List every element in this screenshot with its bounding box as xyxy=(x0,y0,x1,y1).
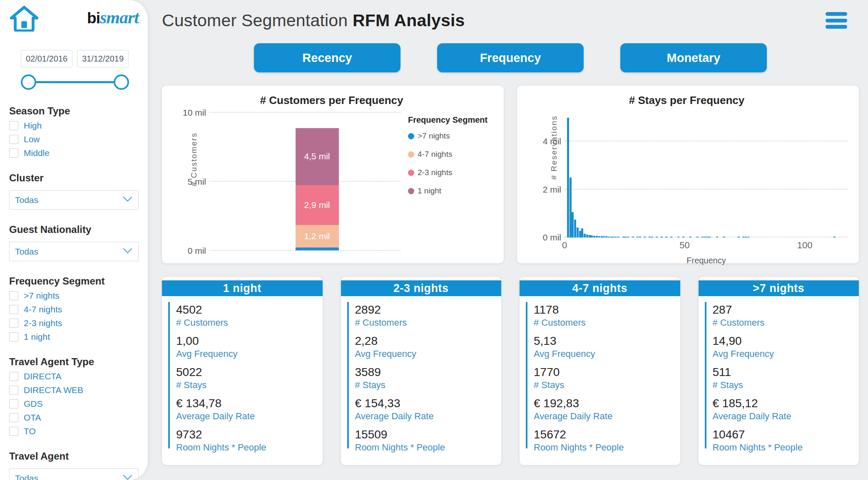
histogram-bar[interactable] xyxy=(716,237,718,238)
histogram-bar[interactable] xyxy=(601,236,603,238)
bar-segment-2-3-nights[interactable]: 2,9 mil xyxy=(296,185,339,225)
filter-option-4-7-nights[interactable]: 4-7 nights xyxy=(9,304,139,314)
slider-handle-left[interactable] xyxy=(21,74,36,90)
histogram-bar[interactable] xyxy=(624,237,627,238)
histogram-bar[interactable] xyxy=(649,237,651,238)
checkbox-1-night[interactable] xyxy=(9,332,18,341)
filter-option-directa[interactable]: DIRECTA xyxy=(9,371,139,381)
filter-option-1-night[interactable]: 1 night xyxy=(9,332,139,342)
histogram-bar[interactable] xyxy=(622,237,624,238)
histogram-bar[interactable] xyxy=(574,220,576,238)
histogram-bar[interactable] xyxy=(639,237,641,238)
bar-segment-4-7-nights[interactable]: 1,2 mil xyxy=(296,225,339,247)
checkbox-label: 2-3 nights xyxy=(24,318,62,328)
legend-item-7-nights[interactable]: >7 nights xyxy=(408,131,495,141)
histogram-bar[interactable] xyxy=(589,235,591,238)
histogram-bar[interactable] xyxy=(833,237,836,238)
filter-option-low[interactable]: Low xyxy=(9,134,139,144)
histogram-bar[interactable] xyxy=(742,237,744,238)
hamburger-menu-icon[interactable] xyxy=(826,12,847,29)
dropdown-travel-agent[interactable]: Todas xyxy=(9,468,139,480)
histogram-bar[interactable] xyxy=(644,237,646,238)
filter-option-gds[interactable]: GDS xyxy=(9,399,139,409)
home-button[interactable] xyxy=(9,6,39,32)
histogram-bar[interactable] xyxy=(661,237,663,238)
histogram-bar[interactable] xyxy=(704,237,706,238)
histogram-bar[interactable] xyxy=(605,236,607,238)
histogram-bar[interactable] xyxy=(682,237,684,238)
histogram-bar[interactable] xyxy=(612,237,614,238)
histogram-bar[interactable] xyxy=(745,237,747,238)
filter-option-7-nights[interactable]: >7 nights xyxy=(9,291,139,301)
histogram-bar[interactable] xyxy=(591,235,593,238)
histogram-bar[interactable] xyxy=(670,237,672,238)
histogram-bar[interactable] xyxy=(701,237,704,238)
checkbox-low[interactable] xyxy=(9,135,18,144)
stacked-bar[interactable]: 4,5 mil2,9 mil1,2 mil xyxy=(296,128,339,250)
histogram-bar[interactable] xyxy=(665,237,667,238)
dropdown-cluster[interactable]: Todas xyxy=(9,190,139,210)
histogram-bar[interactable] xyxy=(586,235,588,238)
histogram-bar[interactable] xyxy=(706,237,709,238)
bar-segment-7-nights[interactable] xyxy=(296,247,339,250)
histogram-bar[interactable] xyxy=(637,237,639,238)
histogram-bar[interactable] xyxy=(567,118,569,238)
filter-option-ota[interactable]: OTA xyxy=(9,413,139,423)
date-to-input[interactable]: 31/12/2019 xyxy=(77,50,129,67)
slider-track[interactable] xyxy=(35,81,115,83)
histogram-bar[interactable] xyxy=(577,228,579,238)
histogram-bar[interactable] xyxy=(615,237,617,238)
legend-dot xyxy=(408,151,414,158)
histogram-bar[interactable] xyxy=(596,236,598,238)
checkbox-ota[interactable] xyxy=(9,413,18,422)
histogram-bar[interactable] xyxy=(689,237,691,238)
checkbox-7-nights[interactable] xyxy=(9,291,18,300)
histogram-bar[interactable] xyxy=(603,236,605,238)
checkbox-gds[interactable] xyxy=(9,399,18,408)
legend-item-2-3-nights[interactable]: 2-3 nights xyxy=(408,168,495,177)
histogram-bar[interactable] xyxy=(572,212,574,238)
histogram-bar[interactable] xyxy=(598,236,600,238)
histogram-bar[interactable] xyxy=(696,237,699,238)
checkbox-2-3-nights[interactable] xyxy=(9,319,18,328)
filter-option-middle[interactable]: Middle xyxy=(9,148,139,158)
histogram-bar[interactable] xyxy=(747,237,749,238)
histogram-bar[interactable] xyxy=(632,237,634,238)
checkbox-directa-web[interactable] xyxy=(9,386,18,395)
segment-card-header: 2-3 nights xyxy=(341,280,502,296)
histogram-bar[interactable] xyxy=(709,237,711,238)
histogram-bar[interactable] xyxy=(617,237,619,238)
histogram-bar[interactable] xyxy=(627,237,629,238)
stat-value: 1178 xyxy=(534,303,676,317)
dropdown-guest-nationality[interactable]: Todas xyxy=(9,242,139,261)
checkbox-high[interactable] xyxy=(9,121,18,130)
checkbox-directa[interactable] xyxy=(9,372,18,381)
histogram-bar[interactable] xyxy=(608,237,610,238)
filter-option-2-3-nights[interactable]: 2-3 nights xyxy=(9,318,139,328)
histogram-bar[interactable] xyxy=(581,228,583,238)
histogram-bar[interactable] xyxy=(584,234,586,238)
histogram-bar[interactable] xyxy=(593,236,595,238)
bar-segment-1-night[interactable]: 4,5 mil xyxy=(296,128,339,185)
legend-item-4-7-nights[interactable]: 4-7 nights xyxy=(408,150,495,159)
histogram-bar[interactable] xyxy=(610,237,612,238)
checkbox-to[interactable] xyxy=(9,427,18,436)
histogram-bar[interactable] xyxy=(723,237,725,238)
checkbox-middle[interactable] xyxy=(9,148,18,158)
nav-button-frequency[interactable]: Frequency xyxy=(437,43,584,72)
nav-button-recency[interactable]: Recency xyxy=(254,43,400,72)
histogram-bar[interactable] xyxy=(570,178,572,238)
legend-item-1-night[interactable]: 1 night xyxy=(408,186,495,195)
checkbox-4-7-nights[interactable] xyxy=(9,305,18,314)
histogram-bar[interactable] xyxy=(579,231,581,238)
filter-option-high[interactable]: High xyxy=(9,121,139,131)
histogram-bar[interactable] xyxy=(651,237,653,238)
histogram-bar[interactable] xyxy=(738,237,740,238)
date-from-input[interactable]: 02/01/2016 xyxy=(21,50,72,67)
filter-option-to[interactable]: TO xyxy=(9,426,139,436)
filter-option-directa-web[interactable]: DIRECTA WEB xyxy=(9,385,139,395)
nav-button-monetary[interactable]: Monetary xyxy=(620,43,767,72)
slider-handle-right[interactable] xyxy=(114,74,129,90)
histogram-bar[interactable] xyxy=(656,237,658,238)
histogram-bar[interactable] xyxy=(677,237,679,238)
